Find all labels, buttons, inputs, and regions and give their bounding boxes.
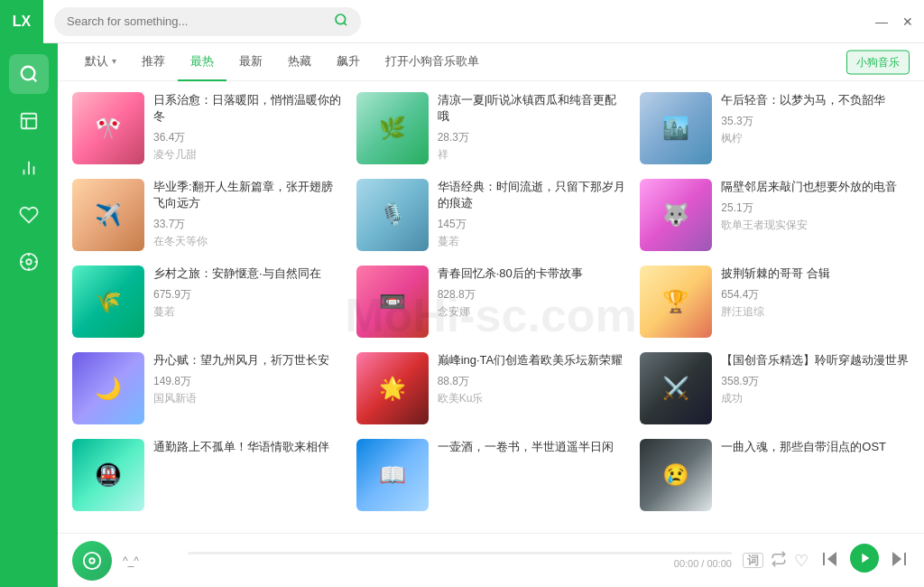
playlist-card-5[interactable]: 🎙️ 华语经典：时间流逝，只留下那岁月的痕迹 145万 蔓若 bbox=[356, 179, 626, 251]
minimize-button[interactable]: — bbox=[875, 15, 888, 28]
playlist-thumb-8: 📼 bbox=[356, 266, 429, 338]
playlist-count-4: 33.7万 bbox=[153, 217, 342, 232]
sidebar-item-search[interactable] bbox=[9, 54, 49, 94]
playlist-title-11: 巅峰ing·TA们创造着欧美乐坛新荣耀 bbox=[438, 352, 626, 368]
progress-area: 00:00 / 00:00 bbox=[188, 552, 732, 569]
playlist-card-11[interactable]: 🌟 巅峰ing·TA们创造着欧美乐坛新荣耀 88.8万 欧美Ku乐 bbox=[356, 352, 626, 424]
prev-button[interactable] bbox=[819, 548, 841, 573]
playlist-author-7: 蔓若 bbox=[153, 304, 342, 320]
playlist-info-11: 巅峰ing·TA们创造着欧美乐坛新荣耀 88.8万 欧美Ku乐 bbox=[438, 352, 626, 406]
tab-default[interactable]: 默认 ▾ bbox=[72, 43, 129, 81]
tab-hot[interactable]: 最热 bbox=[178, 43, 226, 81]
playlist-info-3: 午后轻音：以梦为马，不负韶华 35.3万 枫柠 bbox=[721, 92, 910, 146]
svg-marker-18 bbox=[827, 552, 836, 566]
svg-point-2 bbox=[22, 67, 35, 80]
search-input[interactable] bbox=[67, 14, 327, 28]
tab-recommend[interactable]: 推荐 bbox=[129, 43, 178, 81]
playlist-info-12: 【国创音乐精选】聆听穿越动漫世界 358.9万 成功 bbox=[721, 352, 910, 406]
close-button[interactable]: ✕ bbox=[902, 15, 913, 28]
playlist-info-10: 丹心赋：望九州风月，祈万世长安 149.8万 国风新语 bbox=[153, 352, 342, 406]
playlist-title-7: 乡村之旅：安静惬意·与自然同在 bbox=[153, 266, 342, 282]
playlist-thumb-6: 🐺 bbox=[640, 179, 712, 251]
playlist-thumb-2: 🌿 bbox=[356, 92, 429, 164]
sidebar-item-radio[interactable] bbox=[9, 242, 49, 282]
playlist-author-2: 祥 bbox=[438, 147, 626, 163]
playlist-title-9: 披荆斩棘的哥哥 合辑 bbox=[721, 266, 910, 282]
playlist-info-14: 一壶酒，一卷书，半世逍遥半日闲 bbox=[438, 439, 626, 461]
playlist-title-4: 毕业季:翻开人生新篇章，张开翅膀飞向远方 bbox=[153, 179, 342, 211]
playlist-title-1: 日系治愈：日落暖阳，悄悄温暖你的冬 bbox=[153, 92, 342, 125]
tab-trending[interactable]: 热藏 bbox=[275, 43, 324, 81]
progress-bar-track[interactable] bbox=[188, 552, 732, 554]
playlist-card-9[interactable]: 🏆 披荆斩棘的哥哥 合辑 654.4万 胖汪追综 bbox=[640, 266, 910, 338]
playlist-card-10[interactable]: 🌙 丹心赋：望九州风月，祈万世长安 149.8万 国风新语 bbox=[72, 352, 342, 424]
playlist-info-13: 通勤路上不孤单！华语情歌来相伴 bbox=[153, 439, 342, 461]
app-logo: LX bbox=[0, 0, 43, 43]
playlist-count-1: 36.4万 bbox=[153, 130, 342, 145]
player-disc bbox=[72, 541, 112, 581]
player-song-info: ^_^ bbox=[123, 554, 177, 567]
playlist-count-2: 28.3万 bbox=[438, 130, 626, 145]
svg-line-1 bbox=[344, 23, 346, 25]
playlist-card-3[interactable]: 🏙️ 午后轻音：以梦为马，不负韶华 35.3万 枫柠 bbox=[640, 92, 910, 164]
playlist-count-5: 145万 bbox=[438, 217, 626, 232]
sidebar-item-library[interactable] bbox=[9, 101, 49, 141]
svg-marker-22 bbox=[892, 552, 901, 566]
playlist-info-6: 隔壁邻居来敲门也想要外放的电音 25.1万 歌单王者现实保安 bbox=[721, 179, 910, 233]
sidebar-item-chart[interactable] bbox=[9, 148, 49, 188]
heart-icon[interactable]: ♡ bbox=[794, 553, 808, 569]
playlist-author-12: 成功 bbox=[721, 391, 910, 406]
playlist-card-6[interactable]: 🐺 隔壁邻居来敲门也想要外放的电音 25.1万 歌单王者现实保安 bbox=[640, 179, 910, 251]
playlist-count-12: 358.9万 bbox=[721, 374, 910, 389]
tab-open[interactable]: 飙升 bbox=[324, 43, 373, 81]
playlist-author-11: 欧美Ku乐 bbox=[438, 391, 626, 406]
tabbar: 默认 ▾ 推荐 最热 最新 热藏 飙升 打开小狗音乐歌单 小狗音乐 bbox=[58, 43, 924, 81]
search-box[interactable] bbox=[54, 7, 361, 36]
playlist-row-5: 🚇 通勤路上不孤单！华语情歌来相伴 📖 一壶酒，一卷书，半世逍遥半日闲 bbox=[72, 439, 910, 511]
playlist-author-9: 胖汪追综 bbox=[721, 304, 910, 320]
playlist-author-4: 在冬天等你 bbox=[153, 234, 342, 249]
playlist-thumb-15: 😢 bbox=[640, 439, 712, 511]
playlist-title-10: 丹心赋：望九州风月，祈万世长安 bbox=[153, 352, 342, 368]
sidebar-item-favorite[interactable] bbox=[9, 195, 49, 235]
svg-point-16 bbox=[84, 552, 100, 568]
playlist-card-15[interactable]: 😢 一曲入魂，那些自带泪点的OST bbox=[640, 439, 910, 511]
svg-line-3 bbox=[32, 78, 36, 81]
playlist-title-2: 清凉一夏|听说冰镇西瓜和纯音更配哦 bbox=[438, 92, 626, 125]
playlist-row-2: ✈️ 毕业季:翻开人生新篇章，张开翅膀飞向远方 33.7万 在冬天等你 🎙️ 华… bbox=[72, 179, 910, 251]
player-bar: ^_^ 00:00 / 00:00 词 ♡ bbox=[58, 533, 924, 587]
xiaoou-badge[interactable]: 小狗音乐 bbox=[846, 50, 910, 74]
playlist-title-14: 一壶酒，一卷书，半世逍遥半日闲 bbox=[438, 439, 626, 455]
playlist-thumb-10: 🌙 bbox=[72, 352, 144, 424]
playlist-card-12[interactable]: ⚔️ 【国创音乐精选】聆听穿越动漫世界 358.9万 成功 bbox=[640, 352, 910, 424]
playlist-thumb-12: ⚔️ bbox=[640, 352, 712, 424]
playlist-info-15: 一曲入魂，那些自带泪点的OST bbox=[721, 439, 910, 461]
playlist-card-14[interactable]: 📖 一壶酒，一卷书，半世逍遥半日闲 bbox=[356, 439, 626, 511]
playlist-card-4[interactable]: ✈️ 毕业季:翻开人生新篇章，张开翅膀飞向远方 33.7万 在冬天等你 bbox=[72, 179, 342, 251]
tab-xiaoou-playlist[interactable]: 打开小狗音乐歌单 bbox=[373, 43, 492, 81]
playlist-thumb-3: 🏙️ bbox=[640, 92, 712, 164]
playlist-row-3: 🌾 乡村之旅：安静惬意·与自然同在 675.9万 蔓若 📼 青春回忆杀·80后的… bbox=[72, 266, 910, 338]
playlist-title-13: 通勤路上不孤单！华语情歌来相伴 bbox=[153, 439, 342, 455]
playlist-card-13[interactable]: 🚇 通勤路上不孤单！华语情歌来相伴 bbox=[72, 439, 342, 511]
svg-point-11 bbox=[26, 259, 32, 265]
playlist-card-1[interactable]: 🎌 日系治愈：日落暖阳，悄悄温暖你的冬 36.4万 凌兮几甜 bbox=[72, 92, 342, 164]
playlist-info-1: 日系治愈：日落暖阳，悄悄温暖你的冬 36.4万 凌兮几甜 bbox=[153, 92, 342, 163]
playlist-thumb-4: ✈️ bbox=[72, 179, 144, 251]
tab-new[interactable]: 最新 bbox=[226, 43, 275, 81]
player-main-controls bbox=[819, 544, 910, 577]
svg-rect-4 bbox=[22, 114, 37, 129]
playlist-card-8[interactable]: 📼 青春回忆杀·80后的卡带故事 828.8万 念安娜 bbox=[356, 266, 626, 338]
playlist-row-4: 🌙 丹心赋：望九州风月，祈万世长安 149.8万 国风新语 🌟 巅峰ing·TA… bbox=[72, 352, 910, 424]
playlist-card-7[interactable]: 🌾 乡村之旅：安静惬意·与自然同在 675.9万 蔓若 bbox=[72, 266, 342, 338]
repeat-icon[interactable] bbox=[771, 551, 787, 570]
playlist-info-8: 青春回忆杀·80后的卡带故事 828.8万 念安娜 bbox=[438, 266, 626, 320]
playlist-card-2[interactable]: 🌿 清凉一夏|听说冰镇西瓜和纯音更配哦 28.3万 祥 bbox=[356, 92, 626, 164]
playlist-title-5: 华语经典：时间流逝，只留下那岁月的痕迹 bbox=[438, 179, 626, 211]
playlist-thumb-14: 📖 bbox=[356, 439, 429, 511]
playlist-thumb-1: 🎌 bbox=[72, 92, 144, 164]
playlist-title-12: 【国创音乐精选】聆听穿越动漫世界 bbox=[721, 352, 910, 368]
next-button[interactable] bbox=[888, 548, 910, 573]
lyrics-icon[interactable]: 词 bbox=[743, 553, 763, 568]
play-button[interactable] bbox=[850, 544, 879, 577]
